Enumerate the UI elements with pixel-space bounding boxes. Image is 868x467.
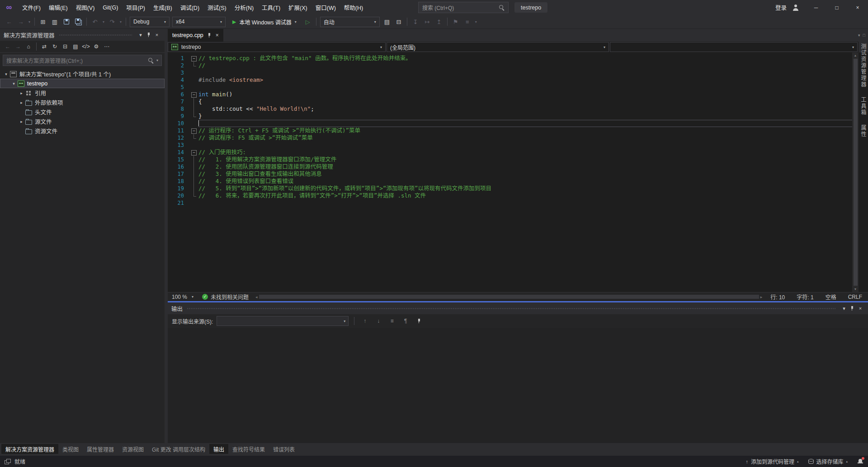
next-message-icon[interactable]: ↓ [373,316,383,326]
drag-grip[interactable] [187,307,835,310]
save-all-icon[interactable] [73,16,84,27]
code-line[interactable]: 16// 2. 使用团队资源管理器窗口连接到源代码管理 [168,163,859,170]
close-button[interactable]: × [847,0,868,15]
tree-item[interactable]: ▾解决方案“testrepo”(1 个项目/共 1 个) [0,69,165,79]
tree-item[interactable]: ▾testrepo [0,79,165,88]
show-output-icon[interactable]: ▤ [382,16,392,27]
fold-marker-icon[interactable] [189,149,198,156]
right-dock-tab[interactable]: 工具箱 [859,97,867,116]
menu-item[interactable]: 生成(B) [149,0,176,15]
collapse-all-icon[interactable]: ⊟ [61,42,70,51]
configuration-dropdown[interactable]: Debug ▾ [130,17,170,27]
document-list-icon[interactable]: ▾ [858,33,860,38]
menu-item[interactable]: 窗口(W) [311,0,340,15]
open-file-icon[interactable]: ▥ [49,16,60,27]
code-line[interactable]: 12// 调试程序: F5 或调试 >“开始调试”菜单 [168,134,859,142]
clear-all-icon[interactable]: ≡ [387,316,397,326]
dock-tab[interactable]: 属性管理器 [83,444,118,454]
tree-expander-icon[interactable]: ▾ [10,81,17,86]
pin-icon[interactable] [848,304,856,312]
code-line[interactable]: 1// testrepo.cpp : 此文件包含 "main" 函数。程序执行将… [168,55,859,62]
fold-marker-icon[interactable] [189,127,198,134]
code-line[interactable]: 5 [168,84,859,91]
code-line[interactable]: 6int main() [168,91,859,98]
step-into-icon[interactable]: ↧ [410,16,421,27]
properties-icon[interactable]: ⚙ [92,42,101,51]
window-position-icon[interactable]: ▾ [137,31,145,39]
new-project-icon[interactable]: ⊞ [38,16,48,27]
start-without-debugging-icon[interactable]: ▷ [302,16,313,27]
menu-item[interactable]: 帮助(H) [340,0,367,15]
code-line[interactable]: 14// 入门使用技巧: [168,149,859,156]
tree-expander-icon[interactable]: ▸ [18,91,25,95]
dock-tab[interactable]: 错误列表 [269,444,299,454]
scroll-up-icon[interactable]: ▲ [854,52,857,58]
bookmark-list-icon[interactable]: ≡ [462,16,473,27]
menu-item[interactable]: 项目(P) [122,0,149,15]
solution-name-badge[interactable]: testrepo [514,2,547,13]
code-line[interactable]: 2// [168,62,859,69]
pin-icon[interactable] [145,31,153,39]
code-line[interactable]: 18// 4. 使用错误列表窗口查看错误 [168,178,859,185]
code-line[interactable]: 21 [168,199,859,207]
line-indicator[interactable]: 行: 10 [764,293,791,301]
tree-item[interactable]: 头文件 [0,107,165,117]
drag-grip[interactable] [59,34,132,36]
tree-expander-icon[interactable]: ▸ [18,100,25,105]
tree-item[interactable]: ▸引用 [0,88,165,98]
menu-item[interactable]: 视图(V) [72,0,99,15]
code-editor[interactable]: 1// testrepo.cpp : 此文件包含 "main" 函数。程序执行将… [168,52,868,292]
menu-item[interactable]: 调试(D) [176,0,203,15]
output-content[interactable] [168,328,868,443]
menu-item[interactable]: 扩展(X) [284,0,311,15]
scope-dropdown[interactable]: (全局范围) ▾ [387,42,609,52]
dock-tab[interactable]: 类视图 [58,444,83,454]
start-debugging-button[interactable]: ▶ 本地 Windows 调试器 ▾ [228,16,301,27]
menu-item[interactable]: 分析(N) [231,0,258,15]
se-back-icon[interactable]: ← [3,42,12,51]
output-source-dropdown[interactable]: ▾ [217,316,349,326]
redo-icon[interactable]: ↷ [107,16,118,27]
code-line[interactable]: 4#include <iostream> [168,76,859,84]
maximize-button[interactable]: □ [826,0,847,15]
dock-tab[interactable]: 查找符号结果 [228,444,269,454]
code-line[interactable]: 7{ [168,98,859,105]
watch-mode-dropdown[interactable]: 自动 ▾ [320,17,380,27]
tree-item[interactable]: ▸源文件 [0,117,165,126]
show-diagnostics-icon[interactable]: ⊟ [393,16,404,27]
tree-item[interactable]: ▸外部依赖项 [0,98,165,107]
spaces-indicator[interactable]: 空格 [820,293,842,301]
notifications-button[interactable] [853,456,868,467]
redo-dropdown-icon[interactable]: ▾ [118,20,123,24]
word-wrap-icon[interactable]: ¶ [401,316,410,326]
member-dropdown[interactable]: ▾ [610,42,858,52]
close-panel-icon[interactable]: × [153,31,161,39]
scroll-down-icon[interactable]: ▼ [854,286,857,292]
fold-marker-icon[interactable] [189,55,198,62]
navigation-dropdown-icon[interactable]: ▾ [27,20,32,24]
pin-output-icon[interactable] [414,316,424,326]
add-to-source-control-button[interactable]: ↑ 添加到源代码管理 ▴ [741,456,803,467]
se-forward-icon[interactable]: → [14,42,23,51]
scrollbar-thumb[interactable] [259,295,759,299]
dock-tab[interactable]: 资源视图 [118,444,148,454]
undo-dropdown-icon[interactable]: ▾ [101,20,106,24]
menu-item[interactable]: 文件(F) [18,0,45,15]
solution-search-input[interactable]: 搜索解决方案资源管理器(Ctrl+;) ▾ [3,55,162,66]
code-line[interactable]: 8 std::cout << "Hello World!\n"; [168,105,859,113]
float-window-icon[interactable]: □ [863,33,865,38]
switch-views-icon[interactable]: ⇄ [40,42,49,51]
sign-in-button[interactable]: 登录 [772,3,790,12]
menu-item[interactable]: 编辑(E) [45,0,72,15]
navigate-back-icon[interactable]: ← [4,16,14,27]
code-line[interactable]: 17// 3. 使用输出窗口查看生成输出和其他消息 [168,170,859,178]
menu-item[interactable]: 测试(S) [203,0,231,15]
code-line[interactable]: 15// 1. 使用解决方案资源管理器窗口添加/管理文件 [168,156,859,163]
save-icon[interactable] [61,16,72,27]
select-repository-button[interactable]: 选择存储库 ▴ [803,456,853,467]
scrollbar-thumb[interactable] [854,59,858,286]
dock-tab[interactable]: 输出 [209,444,228,454]
fold-marker-icon[interactable] [189,91,198,98]
vertical-scrollbar[interactable]: ▲ ▼ [852,52,859,292]
right-dock-tab[interactable]: 属性 [859,125,867,137]
